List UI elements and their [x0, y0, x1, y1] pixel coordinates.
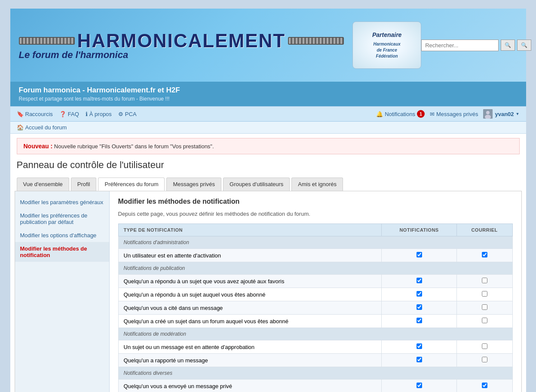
courriel-checkbox[interactable]	[482, 318, 487, 323]
svg-point-1	[486, 111, 490, 114]
courriel-checkbox-cell	[456, 249, 512, 262]
table-section-row: Notifications de publication	[118, 262, 512, 275]
envelope-icon: ✉	[430, 111, 435, 117]
chevron-down-icon: ▼	[516, 112, 520, 116]
search-input[interactable]	[421, 40, 499, 51]
nav-raccourcis[interactable]: 🔖 Raccourcis	[17, 111, 53, 117]
tab-vue-ensemble[interactable]: Vue d'ensemble	[17, 178, 69, 191]
table-row: Quelqu'un vous a cité dans un message	[118, 301, 512, 315]
bookmark-icon: 🔖	[17, 111, 24, 117]
logo-subtitle: Le forum de l'harmonica	[19, 49, 129, 61]
tabs-bar: Vue d'ensemble Profil Préférences du for…	[15, 174, 522, 191]
row-label: Quelqu'un a répondu à un sujet que vous …	[118, 275, 382, 288]
partner-text: Partenaire Harmonicauxde FranceFédératio…	[372, 31, 401, 59]
courriel-checkbox-cell	[456, 275, 512, 288]
breadcrumb-home[interactable]: 🏠 Accueil du forum	[17, 124, 520, 131]
col-type: TYPE DE NOTIFICATION	[118, 224, 382, 236]
table-row: Un sujet ou un message est en attente d'…	[118, 340, 512, 354]
table-row: Quelqu'un vous a envoyé un message privé	[118, 380, 512, 392]
notif-checkbox-cell	[382, 340, 456, 354]
section-label: Notifications de modération	[118, 328, 512, 340]
tab-preferences-forum[interactable]: Préférences du forum	[98, 178, 165, 191]
main-description: Depuis cette page, vous pouvez définir l…	[118, 211, 513, 217]
nav-messages-prives[interactable]: ✉ Messages privés	[430, 111, 478, 117]
forum-subtitle: Respect et partage sont les maîtres-mots…	[19, 96, 518, 102]
courriel-checkbox-cell	[456, 354, 512, 367]
notif-checkbox[interactable]	[417, 383, 422, 388]
courriel-checkbox-cell	[456, 288, 512, 301]
nav-pca[interactable]: ⚙ PCA	[118, 111, 137, 117]
notif-checkbox[interactable]	[417, 278, 422, 283]
inner-layout: Modifier les paramètres généraux Modifie…	[15, 191, 521, 392]
courriel-checkbox-cell	[456, 380, 512, 392]
notif-checkbox[interactable]	[417, 318, 422, 323]
harmonica-decoration2	[288, 37, 344, 45]
sidebar-options-affichage[interactable]: Modifier les options d'affichage	[15, 229, 109, 242]
search-advanced-button[interactable]: 🔍	[517, 40, 531, 51]
sidebar: Modifier les paramètres généraux Modifie…	[15, 191, 110, 392]
tab-amis-ignores[interactable]: Amis et ignorés	[291, 178, 343, 191]
courriel-checkbox[interactable]	[482, 357, 487, 362]
main-content: Modifier les méthodes de notification De…	[110, 191, 521, 392]
section-label: Notifications diverses	[118, 367, 512, 380]
table-header-row: TYPE DE NOTIFICATION NOTIFICATIONS COURR…	[118, 224, 512, 236]
faq-icon: ❓	[59, 111, 66, 117]
breadcrumb-bar: 🏠 Accueil du forum	[10, 122, 526, 134]
section-label: Notifications de publication	[118, 262, 512, 275]
tab-profil[interactable]: Profil	[71, 178, 97, 191]
search-bar: 🔍 🔍	[421, 40, 531, 51]
bell-icon: 🔔	[376, 111, 383, 117]
notification-badge: 1	[417, 110, 425, 118]
header: HARMONICALEMENT Le forum de l'harmonica …	[10, 9, 526, 82]
notif-checkbox-cell	[382, 249, 456, 262]
notif-checkbox-cell	[382, 275, 456, 288]
col-courriel: COURRIEL	[456, 224, 512, 236]
courriel-checkbox-cell	[456, 315, 512, 328]
table-row: Quelqu'un a répondu à un sujet que vous …	[118, 275, 512, 288]
tab-groupes[interactable]: Groupes d'utilisateurs	[223, 178, 290, 191]
section-label: Notifications d'administration	[118, 236, 512, 249]
courriel-checkbox[interactable]	[482, 278, 487, 283]
notif-checkbox[interactable]	[417, 291, 422, 297]
table-row: Quelqu'un a créé un sujet dans un forum …	[118, 315, 512, 328]
table-row: Quelqu'un a répondu à un sujet auquel vo…	[118, 288, 512, 301]
courriel-checkbox[interactable]	[482, 304, 487, 310]
courriel-checkbox[interactable]	[482, 252, 487, 257]
table-section-row: Notifications d'administration	[118, 236, 512, 249]
courriel-checkbox[interactable]	[482, 383, 487, 388]
notif-checkbox[interactable]	[417, 252, 422, 257]
logo-title: HARMONICALEMENT	[77, 30, 286, 52]
sidebar-preferences-publication[interactable]: Modifier les préférences de publication …	[15, 209, 109, 229]
row-label: Un utilisateur est en attente d'activati…	[118, 249, 382, 262]
nav-user-link[interactable]: yvan02 ▼	[495, 111, 519, 117]
notif-checkbox-cell	[382, 301, 456, 315]
notif-checkbox[interactable]	[417, 343, 422, 349]
forum-title-bar: Forum harmonica - Harmonicalement.fr et …	[10, 82, 526, 106]
table-row: Un utilisateur est en attente d'activati…	[118, 249, 512, 262]
search-button[interactable]: 🔍	[501, 40, 515, 51]
nav-a-propos[interactable]: ℹ À propos	[86, 111, 112, 117]
harmonica-decoration	[19, 37, 75, 45]
notification-table: TYPE DE NOTIFICATION NOTIFICATIONS COURR…	[118, 224, 513, 392]
table-section-row: Notifications de modération	[118, 328, 512, 340]
info-icon: ℹ	[86, 111, 88, 117]
nav-bar: 🔖 Raccourcis ❓ FAQ ℹ À propos ⚙ PCA 🔔 No…	[10, 106, 526, 122]
notif-checkbox-cell	[382, 354, 456, 367]
sidebar-parametres-generaux[interactable]: Modifier les paramètres généraux	[15, 196, 109, 209]
row-label: Quelqu'un a créé un sujet dans un forum …	[118, 315, 382, 328]
col-notifications: NOTIFICATIONS	[382, 224, 456, 236]
content-area: Modifier les paramètres généraux Modifie…	[15, 191, 522, 392]
main-section-title: Modifier les méthodes de notification	[118, 198, 513, 205]
header-search-area: 🔍 🔍	[421, 40, 531, 51]
notif-checkbox[interactable]	[417, 304, 422, 310]
row-label: Quelqu'un a répondu à un sujet auquel vo…	[118, 288, 382, 301]
courriel-checkbox[interactable]	[482, 291, 487, 297]
tab-messages-prives[interactable]: Messages privés	[166, 178, 221, 191]
sidebar-methodes-notification[interactable]: Modifier les méthodes de notification	[15, 242, 109, 262]
nav-notifications[interactable]: 🔔 Notifications 1	[376, 110, 425, 118]
nav-faq[interactable]: ❓ FAQ	[59, 111, 79, 117]
page-title: Panneau de contrôle de l'utilisateur	[17, 159, 520, 171]
courriel-checkbox[interactable]	[482, 343, 487, 349]
notif-checkbox[interactable]	[417, 357, 422, 362]
gear-icon: ⚙	[118, 111, 123, 117]
